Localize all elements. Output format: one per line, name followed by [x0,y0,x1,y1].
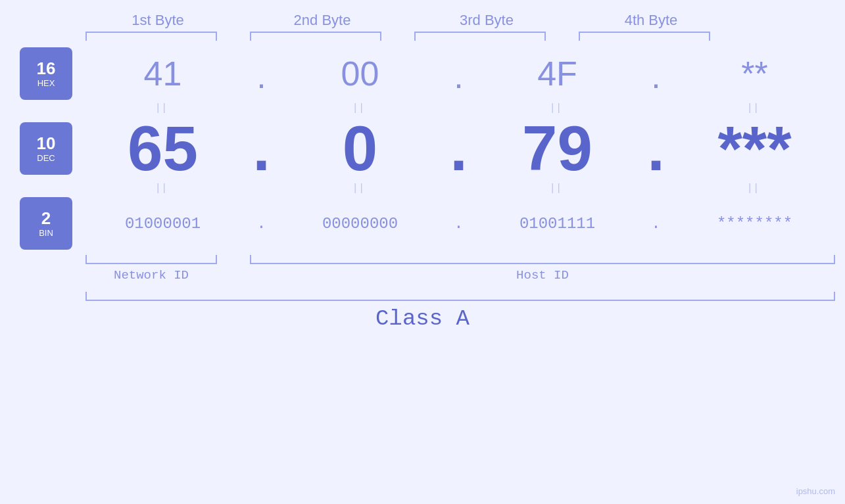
hex-badge: 16 HEX [20,47,72,100]
bin-byte3: 01001111 [492,215,623,233]
bin-badge: 2 BIN [20,197,72,250]
bin-byte4: ******** [689,215,821,233]
hex-dot3: . [646,57,666,96]
bin-byte2: 00000000 [295,215,426,233]
dec-dot2: . [449,117,469,180]
dec-byte1: 65 [97,117,229,180]
class-bracket [85,292,835,301]
net-id-bracket [85,255,217,264]
byte1-top-bracket [85,32,217,41]
equals1-b4: || [689,101,821,114]
watermark: ipshu.com [796,486,835,496]
byte4-header: 4th Byte [579,12,723,29]
class-label: Class A [0,306,845,331]
byte2-header: 2nd Byte [250,12,395,29]
hex-byte2: 00 [295,54,426,93]
dec-byte3: 79 [492,117,623,180]
hex-dot1: . [252,57,272,96]
equals1-b1: || [97,101,229,114]
equals2-b2: || [295,181,426,195]
bin-byte1: 01000001 [97,215,229,233]
bin-dot1: . [252,215,272,233]
byte1-header: 1st Byte [85,12,230,29]
hex-byte4: ** [689,54,821,93]
dec-dot3: . [646,117,666,180]
byte2-top-bracket [250,32,381,41]
network-id-label: Network ID [85,268,217,283]
host-id-bracket [250,255,835,264]
equals1-b2: || [295,101,426,114]
equals1-b3: || [492,101,623,114]
hex-dot2: . [449,57,469,96]
byte3-header: 3rd Byte [414,12,559,29]
byte3-top-bracket [414,32,546,41]
byte4-top-bracket [579,32,710,41]
equals2-b4: || [689,181,821,195]
bin-dot3: . [646,215,666,233]
bin-dot2: . [449,215,469,233]
dec-dot1: . [252,117,272,180]
dec-byte2: 0 [295,117,426,180]
hex-byte1: 41 [97,54,229,93]
host-id-label: Host ID [250,268,835,283]
equals2-b1: || [97,181,229,195]
dec-byte4: *** [689,117,821,180]
hex-byte3: 4F [492,54,623,93]
dec-badge: 10 DEC [20,122,72,175]
equals2-b3: || [492,181,623,195]
